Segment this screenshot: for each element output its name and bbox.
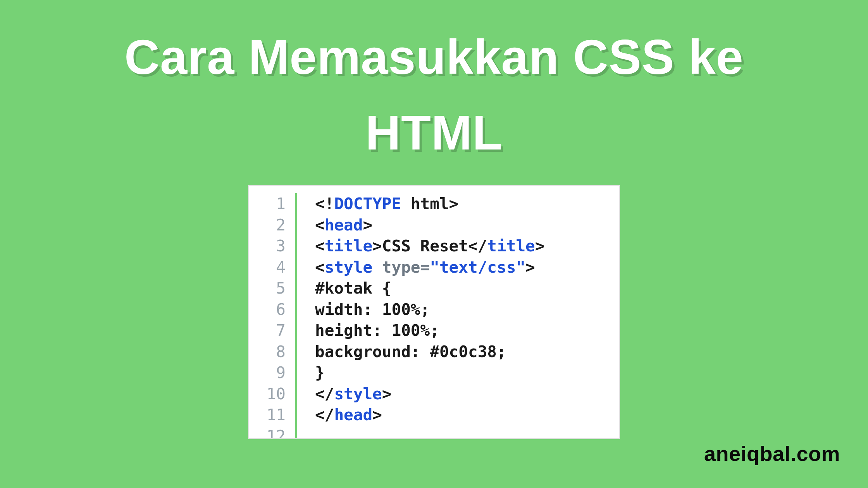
code-token: </	[315, 406, 334, 424]
code-token: #kotak {	[315, 279, 391, 297]
line-number: 7	[249, 320, 286, 341]
code-token: </	[468, 237, 487, 255]
code-line: background: #0c0c38;	[315, 341, 615, 363]
code-token: >	[382, 385, 392, 403]
code-token: >	[535, 237, 545, 255]
line-number: 2	[249, 215, 286, 236]
code-line: height: 100%;	[315, 320, 615, 341]
page-title: Cara Memasukkan CSS ke HTML	[0, 0, 868, 171]
code-token: width: 100%;	[315, 300, 430, 319]
code-token: >	[363, 216, 372, 234]
line-number: 4	[249, 257, 286, 278]
code-token: <	[315, 237, 325, 255]
code-token: >	[449, 194, 459, 213]
code-line: <title>CSS Reset</title>	[315, 235, 615, 257]
title-line-1: Cara Memasukkan CSS ke	[124, 30, 744, 84]
code-token	[372, 258, 382, 277]
code-token: "text/css"	[430, 258, 525, 277]
line-number: 1	[249, 193, 286, 215]
code-token: head	[334, 406, 372, 424]
code-token: style	[325, 258, 372, 277]
line-number: 8	[249, 341, 286, 363]
code-token: height: 100%;	[315, 321, 439, 340]
code-token: background: #0c0c38;	[315, 342, 506, 361]
code-line: <style type="text/css">	[315, 257, 615, 278]
code-token: <!	[315, 194, 334, 213]
code-line	[315, 426, 615, 440]
code-line: #kotak {	[315, 278, 615, 299]
code-token: CSS Reset	[382, 237, 468, 255]
code-token: title	[325, 237, 372, 255]
code-line: </style>	[315, 383, 615, 405]
code-line: <head>	[315, 215, 615, 236]
code-token: >	[525, 258, 535, 277]
code-line: </head>	[315, 404, 615, 426]
code-token: <	[315, 258, 325, 277]
line-number: 5	[249, 278, 286, 299]
code-token: title	[487, 237, 535, 255]
line-number: 12	[249, 426, 286, 440]
code-token: type=	[382, 258, 430, 277]
code-content: <!DOCTYPE html><head><title>CSS Reset</t…	[315, 193, 615, 439]
code-token: >	[372, 237, 382, 255]
code-line: width: 100%;	[315, 299, 615, 320]
line-number: 3	[249, 235, 286, 257]
code-token: <	[315, 216, 325, 234]
gutter-separator	[295, 193, 297, 439]
watermark: aneiqbal.com	[704, 442, 840, 466]
code-token: >	[372, 406, 382, 424]
code-token: }	[315, 363, 325, 382]
code-line: }	[315, 362, 615, 383]
code-token: </	[315, 385, 334, 403]
line-number: 6	[249, 299, 286, 320]
line-number: 10	[249, 383, 286, 405]
line-number: 11	[249, 404, 286, 426]
code-token: style	[334, 385, 382, 403]
title-line-2: HTML	[365, 105, 503, 160]
code-editor: 123456789101112 <!DOCTYPE html><head><ti…	[248, 185, 620, 439]
line-number-gutter: 123456789101112	[249, 193, 293, 439]
line-number: 9	[249, 362, 286, 383]
code-line: <!DOCTYPE html>	[315, 193, 615, 215]
code-token: head	[325, 216, 363, 234]
code-token: DOCTYPE	[334, 194, 401, 213]
code-token: html	[401, 194, 449, 213]
